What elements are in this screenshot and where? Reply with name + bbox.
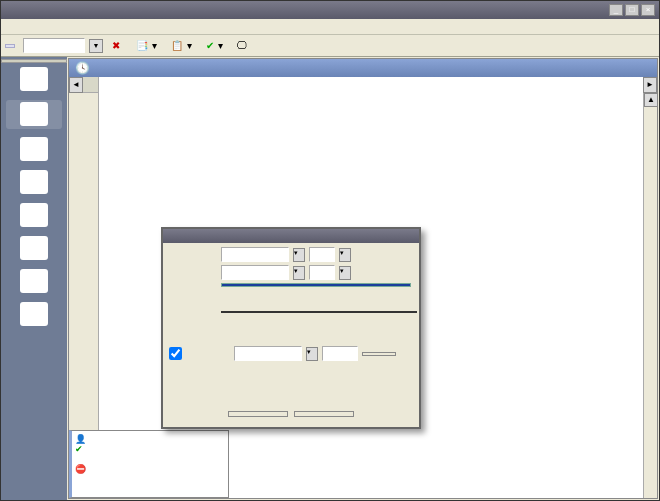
planner-title: 🕓	[69, 59, 657, 77]
module-planner-hourly[interactable]	[6, 100, 62, 129]
edit-dialog: ▾ ▾ ▾ ▾ ▾	[161, 227, 421, 429]
person-select[interactable]	[221, 283, 411, 287]
module-views[interactable]	[6, 302, 62, 327]
sidebar	[1, 57, 67, 500]
close-button[interactable]: ×	[641, 4, 655, 16]
rules-icon	[20, 269, 48, 293]
delete-button[interactable]: ✖	[107, 38, 127, 53]
approved-date-input[interactable]	[234, 346, 302, 361]
titlebar: _ □ ×	[1, 1, 659, 19]
approved-time-input[interactable]	[322, 346, 358, 361]
planner-title-icon: 🕓	[75, 61, 90, 75]
module-rules[interactable]	[6, 269, 62, 294]
now-button[interactable]	[362, 352, 396, 356]
start-hour-input[interactable]	[309, 247, 335, 262]
start-date-input[interactable]	[221, 247, 289, 262]
data-preview-panel: 👤 ✔ ⛔	[69, 430, 229, 498]
date-input[interactable]	[23, 38, 85, 53]
ok-button[interactable]	[228, 411, 288, 417]
toolbar: ▼ ✖ 📑▾ 📋▾ ✔▾ 🖵	[1, 35, 659, 57]
end-hour-input[interactable]	[309, 265, 335, 280]
views-button[interactable]: 📑▾	[131, 38, 162, 53]
end-date-spinner[interactable]: ▾	[293, 266, 305, 280]
end-date-input[interactable]	[221, 265, 289, 280]
sidebar-title	[1, 59, 67, 63]
scroll-left-button[interactable]: ◄	[69, 77, 83, 93]
module-planner-daily[interactable]	[6, 67, 62, 92]
maximize-button[interactable]: □	[625, 4, 639, 16]
dialog-close-button[interactable]	[403, 231, 415, 241]
person-dropdown-list[interactable]	[221, 311, 417, 313]
start-date-spinner[interactable]: ▾	[293, 248, 305, 262]
module-places[interactable]	[6, 170, 62, 195]
date-dropdown-button[interactable]: ▼	[89, 39, 103, 53]
scroll-right-button[interactable]: ►	[643, 77, 657, 93]
dialog-titlebar	[163, 229, 419, 243]
clock-icon	[20, 102, 48, 126]
approved-date-spinner[interactable]: ▾	[306, 347, 318, 361]
dialog-body: ▾ ▾ ▾ ▾ ▾	[163, 243, 419, 427]
templates-icon	[20, 236, 48, 260]
end-hour-spinner[interactable]: ▾	[339, 266, 351, 280]
new-button[interactable]	[5, 44, 15, 48]
app-window: _ □ × ▼ ✖ 📑▾ 📋▾ ✔▾ 🖵 🕓	[0, 0, 660, 501]
minimize-button[interactable]: _	[609, 4, 623, 16]
module-persons[interactable]	[6, 137, 62, 162]
start-hour-spinner[interactable]: ▾	[339, 248, 351, 262]
module-reports[interactable]	[6, 203, 62, 228]
menubar	[1, 19, 659, 35]
reports-icon	[20, 203, 48, 227]
views-icon	[20, 302, 48, 326]
places-icon	[20, 170, 48, 194]
templates-button[interactable]: 📋▾	[166, 38, 197, 53]
calendar-icon	[20, 67, 48, 91]
persons-icon	[20, 137, 48, 161]
module-templates[interactable]	[6, 236, 62, 261]
validate-button[interactable]: ✔▾	[201, 38, 228, 53]
approved-checkbox[interactable]	[169, 347, 182, 360]
preview-button[interactable]: 🖵	[232, 38, 254, 53]
cancel-button[interactable]	[294, 411, 354, 417]
vertical-scrollbar[interactable]: ▲	[643, 93, 657, 498]
scroll-up-button[interactable]: ▲	[644, 93, 657, 107]
